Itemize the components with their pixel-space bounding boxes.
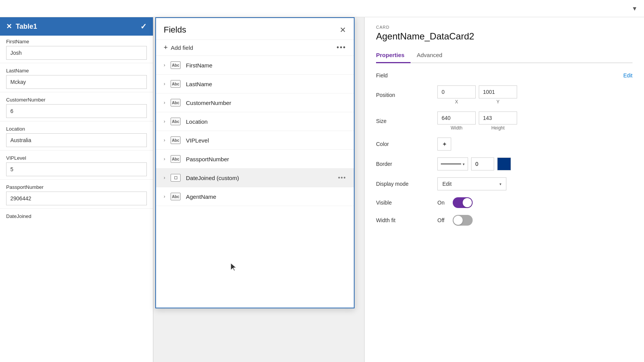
field-item-lastname[interactable]: › Abc LastName <box>156 75 354 93</box>
border-width-input[interactable] <box>471 157 494 170</box>
datejoined-label: DateJoined <box>6 213 147 219</box>
size-label: Size <box>376 118 437 124</box>
field-name-firstname: FirstName <box>186 62 346 69</box>
top-bar-chevron-icon[interactable]: ▾ <box>633 4 636 13</box>
field-type-text-icon: Abc <box>171 80 181 88</box>
border-color-swatch[interactable] <box>497 157 511 170</box>
field-chevron-icon: › <box>164 119 165 124</box>
field-type-text-icon: Abc <box>171 136 181 144</box>
fields-list: › Abc FirstName › Abc LastName › Abc Cus… <box>156 56 354 301</box>
fields-close-button[interactable]: ✕ <box>340 25 346 34</box>
table-close-icon[interactable]: ✕ <box>6 22 12 31</box>
field-name-viplevel: VIPLevel <box>186 137 346 144</box>
field-chevron-icon: › <box>164 138 165 143</box>
border-chevron-icon: ▾ <box>463 162 465 166</box>
form-field-location: Location <box>0 123 153 149</box>
size-height-input[interactable] <box>479 111 517 124</box>
field-row: Field Edit <box>376 72 632 79</box>
table-header: ✕ Table1 ✓ <box>0 17 153 36</box>
field-item-location[interactable]: › Abc Location <box>156 112 354 131</box>
field-item-agentname[interactable]: › Abc AgentName <box>156 187 354 206</box>
display-mode-text: Edit <box>442 181 452 187</box>
display-mode-dropdown[interactable]: Edit ▾ <box>437 177 506 190</box>
tab-advanced[interactable]: Advanced <box>417 49 449 63</box>
form-field-lastname: LastName <box>0 65 153 90</box>
top-bar: ▾ <box>0 0 644 17</box>
add-field-plus-icon: + <box>164 44 168 52</box>
position-label: Position <box>376 92 437 98</box>
field-edit-link[interactable]: Edit <box>623 72 632 79</box>
display-mode-chevron-icon: ▾ <box>499 182 501 186</box>
viplevel-label: VIPLevel <box>6 155 147 161</box>
add-field-button[interactable]: + Add field <box>164 44 193 52</box>
lastname-input[interactable] <box>6 75 147 89</box>
visible-label: Visible <box>376 200 437 206</box>
display-mode-row: Display mode Edit ▾ <box>376 177 632 190</box>
size-width-label: Width <box>451 125 463 131</box>
color-label: Color <box>376 141 437 147</box>
field-item-passportnumber[interactable]: › Abc PassportNumber <box>156 150 354 169</box>
table-title: Table1 <box>16 23 37 31</box>
field-chevron-icon: › <box>164 194 165 199</box>
color-swatch-button[interactable]: ✦ <box>437 138 451 151</box>
customernumber-input[interactable] <box>6 104 147 118</box>
fields-toolbar: + Add field ••• <box>156 40 354 56</box>
location-input[interactable] <box>6 133 147 147</box>
field-item-customernumber[interactable]: › Abc CustomerNumber <box>156 93 354 112</box>
field-chevron-icon: › <box>164 81 165 87</box>
widthfit-toggle-knob <box>453 216 463 225</box>
position-value: X Y <box>437 85 632 105</box>
location-label: Location <box>6 126 147 132</box>
border-label: Border <box>376 161 437 167</box>
fields-dialog-title: Fields <box>164 25 186 35</box>
fields-more-button[interactable]: ••• <box>337 44 346 52</box>
field-name-lastname: LastName <box>186 81 346 87</box>
size-width-input[interactable] <box>437 111 476 124</box>
border-controls: ▾ <box>437 157 511 170</box>
visible-row: Visible On <box>376 197 632 208</box>
firstname-input[interactable] <box>6 46 147 60</box>
position-x-label: X <box>455 99 458 105</box>
left-panel: ✕ Table1 ✓ FirstName LastName CustomerNu… <box>0 17 153 362</box>
color-picker-icon: ✦ <box>442 141 447 148</box>
size-width-group: Width <box>437 111 476 131</box>
position-y-input[interactable] <box>479 85 517 98</box>
lastname-label: LastName <box>6 68 147 74</box>
widthfit-toggle[interactable] <box>453 215 473 226</box>
field-item-viplevel[interactable]: › Abc VIPLevel <box>156 131 354 150</box>
widthfit-row: Width fit Off <box>376 215 632 226</box>
position-y-group: Y <box>479 85 517 105</box>
table-check-icon[interactable]: ✓ <box>140 22 147 31</box>
field-chevron-icon: › <box>164 156 165 162</box>
form-field-passportnumber: PassportNumber <box>0 181 153 207</box>
visible-toggle-area: On <box>437 197 473 208</box>
form-field-datejoined: DateJoined <box>0 210 153 222</box>
fields-dialog: Fields ✕ + Add field ••• › Abc FirstName… <box>155 17 355 308</box>
position-y-label: Y <box>496 99 499 105</box>
widthfit-toggle-area: Off <box>437 215 473 226</box>
position-x-input[interactable] <box>437 85 476 98</box>
passportnumber-input[interactable] <box>6 192 147 205</box>
visible-toggle[interactable] <box>453 197 473 208</box>
viplevel-input[interactable] <box>6 162 147 176</box>
field-name-agentname: AgentName <box>186 193 346 200</box>
border-style-dropdown[interactable]: ▾ <box>437 157 468 170</box>
border-line-icon <box>441 164 461 164</box>
border-row: Border ▾ <box>376 157 632 170</box>
field-item-more-button[interactable]: ••• <box>338 174 346 181</box>
card-label: CARD <box>376 25 632 29</box>
right-panel: CARD AgentName_DataCard2 Properties Adva… <box>364 17 644 362</box>
position-x-group: X <box>437 85 476 105</box>
tab-properties[interactable]: Properties <box>376 49 411 63</box>
position-row: Position X Y <box>376 85 632 105</box>
add-field-label: Add field <box>171 44 193 51</box>
field-label: Field <box>376 72 388 79</box>
field-item-datejoined[interactable]: › ☐ DateJoined (custom) ••• <box>156 169 354 187</box>
field-type-text-icon: Abc <box>171 61 181 69</box>
field-chevron-icon: › <box>164 175 165 180</box>
widthfit-label: Width fit <box>376 217 437 223</box>
card-tabs: Properties Advanced <box>376 49 632 63</box>
visible-toggle-knob <box>463 198 472 207</box>
field-item-firstname[interactable]: › Abc FirstName <box>156 56 354 75</box>
field-type-text-icon: Abc <box>171 193 181 200</box>
